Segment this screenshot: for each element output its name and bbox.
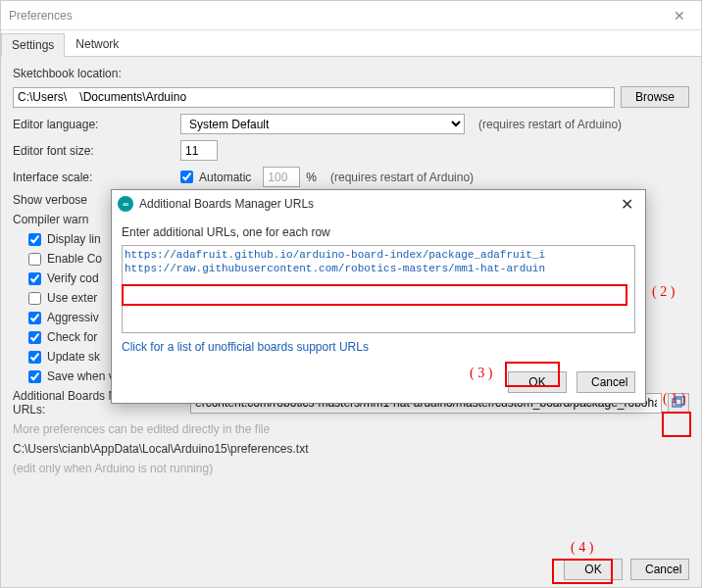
font-size-input[interactable] xyxy=(180,140,218,161)
display-line-checkbox[interactable] xyxy=(28,233,41,246)
display-line-label: Display lin xyxy=(47,232,101,246)
update-sk-label: Update sk xyxy=(47,350,100,364)
enable-co-checkbox[interactable] xyxy=(28,253,41,266)
close-icon[interactable]: ✕ xyxy=(666,4,693,27)
unofficial-boards-link[interactable]: Click for a list of unofficial boards su… xyxy=(122,340,635,354)
use-extern-label: Use exter xyxy=(47,291,97,305)
modal-ok-button[interactable]: OK xyxy=(508,371,567,393)
check-for-label: Check for xyxy=(47,330,97,344)
sketchbook-input[interactable] xyxy=(13,87,615,108)
sketchbook-label: Sketchbook location: xyxy=(13,67,175,80)
more-prefs-text: More preferences can be edited directly … xyxy=(13,422,270,436)
main-cancel-button[interactable]: Cancel xyxy=(630,559,689,580)
modal-instruction: Enter additional URLs, one for each row xyxy=(122,225,635,239)
browse-button[interactable]: Browse xyxy=(621,86,689,108)
update-sk-checkbox[interactable] xyxy=(28,351,41,364)
automatic-label: Automatic xyxy=(199,171,251,184)
tab-network[interactable]: Network xyxy=(65,32,129,56)
main-ok-button[interactable]: OK xyxy=(564,559,623,580)
interface-scale-label: Interface scale: xyxy=(13,171,175,184)
titlebar: Preferences ✕ xyxy=(1,1,701,30)
verify-code-label: Verify cod xyxy=(47,271,99,285)
verify-code-checkbox[interactable] xyxy=(28,272,41,285)
annotation-label-1: ( 1 ) xyxy=(663,391,685,407)
tab-settings[interactable]: Settings xyxy=(1,33,65,57)
window-title: Preferences xyxy=(9,9,73,23)
check-for-checkbox[interactable] xyxy=(28,331,41,344)
modal-close-icon[interactable]: ✕ xyxy=(615,193,639,216)
scale-hint: (requires restart of Arduino) xyxy=(330,171,474,184)
aggressive-label: Aggressiv xyxy=(47,311,99,324)
font-size-label: Editor font size: xyxy=(13,144,175,158)
enable-co-label: Enable Co xyxy=(47,252,102,266)
modal-title: Additional Boards Manager URLs xyxy=(139,197,314,211)
main-footer: OK Cancel xyxy=(1,552,701,587)
use-extern-checkbox[interactable] xyxy=(28,292,41,305)
annotation-label-2: ( 2 ) xyxy=(652,284,675,300)
scale-input xyxy=(263,167,300,187)
modal-cancel-button[interactable]: Cancel xyxy=(577,371,635,393)
urls-dialog: ∞ Additional Boards Manager URLs ✕ Enter… xyxy=(111,189,646,404)
arduino-icon: ∞ xyxy=(118,196,133,212)
edit-only-hint: (edit only when Arduino is not running) xyxy=(13,462,213,475)
tabs: Settings Network xyxy=(1,30,701,57)
editor-language-select[interactable]: System Default xyxy=(180,114,465,134)
editor-language-label: Editor language: xyxy=(13,118,175,131)
urls-textarea[interactable] xyxy=(122,245,635,333)
annotation-label-4: ( 4 ) xyxy=(571,540,593,556)
language-hint: (requires restart of Arduino) xyxy=(478,118,622,131)
annotation-label-3: ( 3 ) xyxy=(470,366,492,381)
aggressive-checkbox[interactable] xyxy=(28,312,41,324)
prefs-path: C:\Users\cianb\AppData\Local\Arduino15\p… xyxy=(13,442,309,456)
scale-unit: % xyxy=(306,171,317,184)
automatic-checkbox[interactable] xyxy=(180,171,193,183)
modal-titlebar: ∞ Additional Boards Manager URLs ✕ xyxy=(112,190,645,218)
save-when-checkbox[interactable] xyxy=(28,370,41,383)
